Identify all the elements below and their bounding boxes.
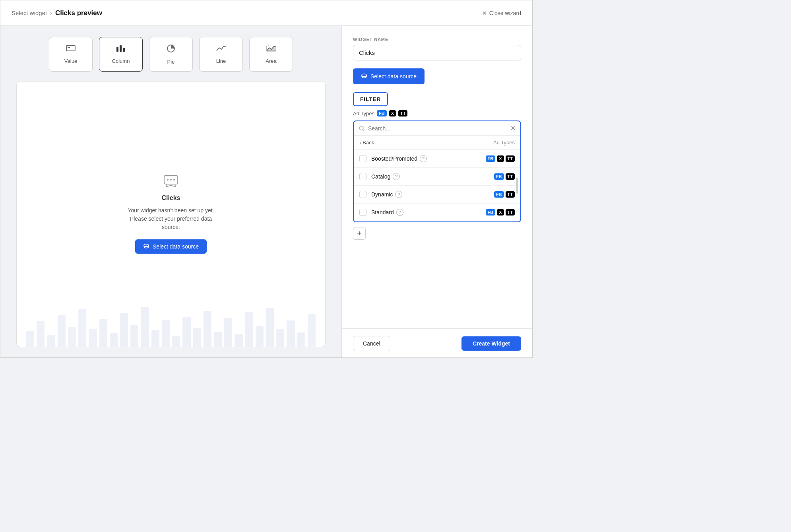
filter-button[interactable]: FILTER	[353, 92, 388, 106]
main-container: Value Column	[0, 26, 532, 358]
svg-point-8	[170, 179, 172, 181]
preview-select-datasource-button[interactable]: Select data source	[135, 239, 207, 254]
widget-type-pie-label: Pie	[167, 59, 175, 65]
close-wizard-label: Close wizard	[489, 10, 521, 16]
options-list: Boosted/Promoted ? FB X TT Catalog	[354, 150, 520, 221]
ad-types-row: Ad Types FB X TT	[353, 110, 521, 116]
bottom-actions: Cancel Create Widget	[342, 328, 532, 358]
column-icon	[116, 44, 126, 55]
close-icon: ✕	[482, 10, 487, 16]
option-label-boosted: Boosted/Promoted ?	[371, 155, 481, 162]
category-label: Ad Types	[493, 140, 515, 146]
widget-type-line[interactable]: Line	[199, 37, 243, 72]
option-label-catalog: Catalog ?	[371, 173, 489, 180]
svg-rect-1	[68, 47, 70, 48]
back-label: Back	[363, 140, 374, 146]
widget-type-line-label: Line	[216, 58, 226, 64]
option-badges-catalog: FB TT	[494, 173, 515, 180]
widget-type-column-label: Column	[112, 58, 130, 64]
option-row-standard[interactable]: Standard ? FB X TT	[354, 204, 520, 221]
widget-name-input[interactable]	[353, 45, 521, 60]
option-badges-standard: FB X TT	[486, 209, 515, 216]
value-icon	[66, 44, 76, 55]
background-chart	[17, 299, 325, 347]
checkbox-catalog[interactable]	[359, 173, 366, 180]
svg-rect-0	[66, 45, 75, 51]
ad-types-label: Ad Types	[353, 111, 374, 116]
badge-tt-standard: TT	[506, 209, 515, 216]
line-icon	[216, 44, 226, 55]
widget-type-area-label: Area	[266, 58, 276, 64]
badge-fb-dynamic: FB	[494, 191, 504, 198]
svg-rect-4	[123, 48, 125, 52]
widget-type-pie[interactable]: Pie	[149, 37, 193, 72]
badge-x: X	[389, 110, 396, 116]
checkbox-dynamic[interactable]	[359, 191, 366, 198]
badge-tt: TT	[398, 110, 407, 116]
badge-fb-standard: FB	[486, 209, 496, 216]
area-icon	[266, 44, 276, 55]
filter-search-input[interactable]	[368, 125, 507, 132]
pie-icon	[166, 44, 176, 56]
badge-tt-dynamic: TT	[506, 191, 515, 198]
search-icon	[359, 125, 365, 132]
scrollbar[interactable]	[516, 178, 518, 194]
breadcrumb-current: Clicks preview	[55, 9, 102, 17]
breadcrumb-step1[interactable]: Select widget	[12, 10, 47, 16]
badge-fb: FB	[377, 110, 387, 116]
widget-type-column[interactable]: Column	[99, 37, 143, 72]
filter-dropdown: ✕ ‹ Back Ad Types Boosted/Promoted	[353, 120, 521, 222]
preview-area: Clicks Your widget hasn't been set up ye…	[16, 81, 326, 347]
create-widget-button[interactable]: Create Widget	[461, 336, 521, 351]
add-filter-button[interactable]: +	[353, 227, 366, 240]
preview-title: Clicks	[161, 194, 180, 202]
header: Select widget › Clicks preview ✕ Close w…	[0, 0, 532, 26]
help-icon-standard[interactable]: ?	[396, 209, 403, 216]
svg-point-7	[167, 179, 169, 181]
preview-description: Your widget hasn't been set up yet. Plea…	[128, 206, 214, 231]
right-panel: WIDGET NAME Select data source FILTER Ad…	[341, 26, 532, 358]
option-badges-dynamic: FB TT	[494, 191, 515, 198]
preview-icon	[164, 175, 178, 190]
close-wizard-button[interactable]: ✕ Close wizard	[482, 10, 521, 16]
badge-tt-boosted: TT	[506, 155, 515, 162]
select-datasource-button[interactable]: Select data source	[353, 68, 425, 84]
help-icon-dynamic[interactable]: ?	[395, 191, 402, 198]
badge-x-boosted: X	[497, 155, 504, 162]
option-row-boosted[interactable]: Boosted/Promoted ? FB X TT	[354, 150, 520, 168]
checkbox-standard[interactable]	[359, 209, 366, 216]
breadcrumb-chevron: ›	[50, 10, 52, 16]
back-row: ‹ Back Ad Types	[354, 136, 520, 150]
help-icon-boosted[interactable]: ?	[420, 155, 427, 162]
widget-type-value[interactable]: Value	[49, 37, 93, 72]
badge-fb-catalog: FB	[494, 173, 504, 180]
badge-x-standard: X	[497, 209, 504, 216]
select-datasource-label: Select data source	[370, 73, 417, 80]
option-badges-boosted: FB X TT	[486, 155, 515, 162]
option-row-dynamic[interactable]: Dynamic ? FB TT	[354, 186, 520, 204]
cancel-button[interactable]: Cancel	[353, 336, 390, 351]
widget-name-label: WIDGET NAME	[353, 37, 521, 42]
svg-rect-3	[120, 45, 122, 52]
filter-section: FILTER Ad Types FB X TT ✕	[353, 92, 521, 240]
option-label-standard: Standard ?	[371, 209, 481, 216]
left-panel: Value Column	[0, 26, 341, 358]
preview-select-datasource-label: Select data source	[153, 243, 199, 250]
svg-point-9	[173, 179, 175, 181]
option-row-catalog[interactable]: Catalog ? FB TT	[354, 168, 520, 186]
svg-rect-2	[116, 47, 118, 52]
back-chevron-icon: ‹	[359, 140, 361, 146]
back-button[interactable]: ‹ Back	[359, 140, 374, 146]
widget-type-area[interactable]: Area	[249, 37, 293, 72]
help-icon-catalog[interactable]: ?	[393, 173, 400, 180]
search-row: ✕	[354, 121, 520, 136]
badge-fb-boosted: FB	[486, 155, 496, 162]
breadcrumb: Select widget › Clicks preview	[12, 9, 102, 17]
option-label-dynamic: Dynamic ?	[371, 191, 489, 198]
badge-tt-catalog: TT	[506, 173, 515, 180]
widget-type-selector: Value Column	[16, 37, 326, 72]
search-clear-button[interactable]: ✕	[510, 124, 516, 132]
checkbox-boosted[interactable]	[359, 155, 366, 162]
widget-type-value-label: Value	[64, 58, 77, 64]
